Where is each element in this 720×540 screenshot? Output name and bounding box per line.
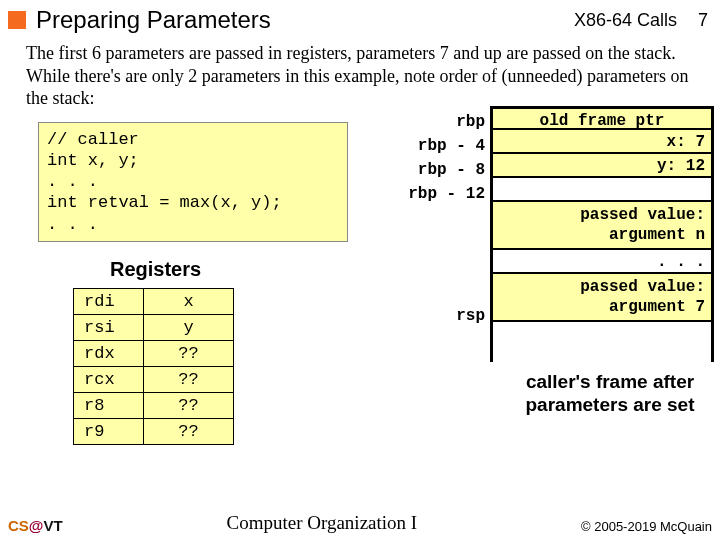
stack-cell: passed value: argument n <box>493 202 711 250</box>
table-row: rdx?? <box>74 340 234 366</box>
stack-text: argument n <box>609 226 705 244</box>
reg-name: rsi <box>74 314 144 340</box>
stack-cell: x: 7 <box>493 130 711 154</box>
stack-cell <box>493 178 711 202</box>
code-line: // caller <box>47 130 139 149</box>
stack-label: rbp <box>380 110 485 134</box>
footer-course: Computer Organization I <box>63 512 581 534</box>
footer-cs: CS <box>8 517 29 534</box>
reg-name: rdx <box>74 340 144 366</box>
registers-heading: Registers <box>110 258 201 281</box>
reg-val: ?? <box>144 392 234 418</box>
stack-cell: y: 12 <box>493 154 711 178</box>
section-label: X86-64 Calls <box>574 10 677 30</box>
header-section: X86-64 Calls 7 <box>574 10 708 31</box>
footer-vt: VT <box>43 517 62 534</box>
stack-offset-labels: rbp rbp - 4 rbp - 8 rbp - 12 rsp <box>380 110 485 328</box>
stack-label: rbp - 12 <box>380 182 485 206</box>
reg-val: ?? <box>144 366 234 392</box>
reg-name: r9 <box>74 418 144 444</box>
table-row: r9?? <box>74 418 234 444</box>
code-block: // caller int x, y; . . . int retval = m… <box>38 122 348 242</box>
reg-name: rdi <box>74 288 144 314</box>
registers-table: rdix rsiy rdx?? rcx?? r8?? r9?? <box>73 288 234 445</box>
stack-text: argument 7 <box>609 298 705 316</box>
frame-caption: caller's frame after parameters are set <box>520 370 700 418</box>
stack-text: passed value: <box>580 206 705 224</box>
stack-cell-empty <box>493 322 711 362</box>
code-line: . . . <box>47 215 98 234</box>
intro-paragraph: The first 6 parameters are passed in reg… <box>0 38 720 110</box>
stack-cell: old frame ptr <box>493 106 711 130</box>
code-line: . . . <box>47 172 98 191</box>
table-row: rcx?? <box>74 366 234 392</box>
footer-at: @ <box>29 517 44 534</box>
reg-val: ?? <box>144 418 234 444</box>
stack-frame-diagram: old frame ptr x: 7 y: 12 passed value: a… <box>490 106 714 362</box>
reg-name: rcx <box>74 366 144 392</box>
code-line: int retval = max(x, y); <box>47 193 282 212</box>
reg-val: y <box>144 314 234 340</box>
stack-label: rbp - 4 <box>380 134 485 158</box>
table-row: r8?? <box>74 392 234 418</box>
footer-left: CS@VT <box>8 517 63 534</box>
page-number: 7 <box>698 10 708 30</box>
stack-label-rsp: rsp <box>380 304 485 328</box>
bullet-square <box>8 11 26 29</box>
footer-copyright: © 2005-2019 McQuain <box>581 519 712 534</box>
stack-label: rbp - 8 <box>380 158 485 182</box>
stack-text: passed value: <box>580 278 705 296</box>
reg-val: x <box>144 288 234 314</box>
slide-footer: CS@VT Computer Organization I © 2005-201… <box>0 512 720 534</box>
stack-cell: passed value: argument 7 <box>493 274 711 322</box>
table-row: rdix <box>74 288 234 314</box>
slide-title: Preparing Parameters <box>36 6 574 34</box>
reg-val: ?? <box>144 340 234 366</box>
stack-cell: . . . <box>493 250 711 274</box>
table-row: rsiy <box>74 314 234 340</box>
reg-name: r8 <box>74 392 144 418</box>
code-line: int x, y; <box>47 151 139 170</box>
